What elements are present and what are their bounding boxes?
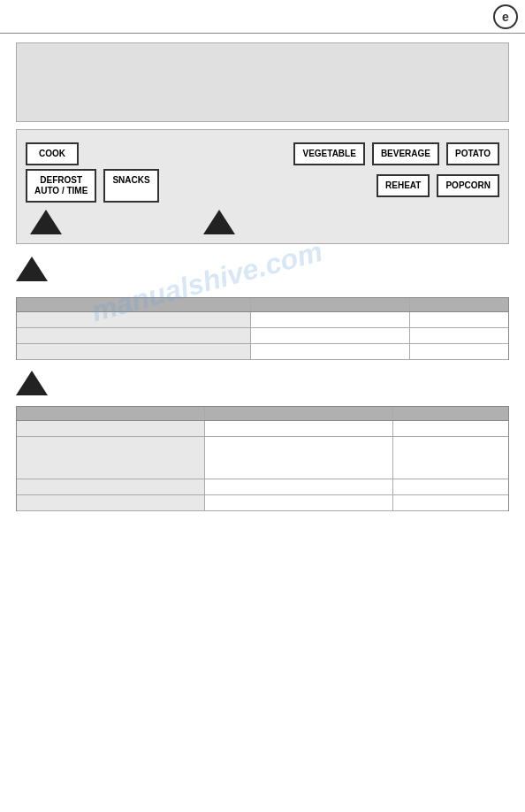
button-row-1: COOK VEGETABLE BEVERAGE POTATO bbox=[26, 142, 499, 165]
table-2-row3-col2 bbox=[205, 479, 393, 494]
panel-arrows-row bbox=[26, 210, 499, 234]
table-2-row1-col3 bbox=[393, 421, 508, 436]
table-row bbox=[17, 312, 508, 328]
table-2-header-col3 bbox=[393, 407, 508, 420]
table-1-row3-col2 bbox=[251, 344, 410, 359]
table-2-row1-col2 bbox=[205, 421, 393, 436]
arrow-left bbox=[30, 210, 62, 234]
table-2-row2-col1 bbox=[17, 437, 205, 479]
arrow-standalone bbox=[16, 257, 48, 281]
arrow-right bbox=[203, 210, 235, 234]
table-2-header-col2 bbox=[205, 407, 393, 420]
beverage-button[interactable]: BEVERAGE bbox=[372, 142, 439, 165]
table-row bbox=[17, 495, 508, 511]
table-2-header bbox=[17, 407, 508, 421]
standalone-arrow-2 bbox=[16, 371, 509, 397]
top-icon: e bbox=[493, 4, 518, 29]
button-row-2-right: REHEAT POPCORN bbox=[377, 174, 499, 197]
table-row bbox=[17, 328, 508, 344]
potato-button[interactable]: POTATO bbox=[446, 142, 499, 165]
top-bar: e bbox=[0, 0, 525, 34]
table-2-row4-col1 bbox=[17, 495, 205, 510]
table-2-row3-col1 bbox=[17, 479, 205, 494]
vegetable-button[interactable]: VEGETABLE bbox=[293, 142, 364, 165]
popcorn-button[interactable]: POPCORN bbox=[437, 174, 499, 197]
table-1-header bbox=[17, 298, 508, 312]
table-1-row1-col2 bbox=[251, 312, 410, 327]
table-1-row2-col3 bbox=[410, 328, 508, 343]
standalone-arrow bbox=[16, 257, 509, 283]
table-2-row4-col3 bbox=[393, 495, 508, 510]
table-1-row2-col1 bbox=[17, 328, 251, 343]
text-area-box bbox=[16, 42, 509, 122]
table-1-row3-col3 bbox=[410, 344, 508, 359]
snacks-button[interactable]: SNACKS bbox=[103, 169, 158, 203]
table-row bbox=[17, 437, 508, 479]
table-row bbox=[17, 344, 508, 360]
table-2-row2-col3 bbox=[393, 437, 508, 479]
table-2-header-col1 bbox=[17, 407, 205, 420]
table-1-header-col3 bbox=[410, 298, 508, 311]
table-1-row3-col1 bbox=[17, 344, 251, 359]
table-1-header-col2 bbox=[251, 298, 410, 311]
table-1-header-col1 bbox=[17, 298, 251, 311]
table-2 bbox=[16, 406, 509, 511]
reheat-button[interactable]: REHEAT bbox=[377, 174, 430, 197]
table-2-row2-col2 bbox=[205, 437, 393, 479]
table-1-row1-col3 bbox=[410, 312, 508, 327]
defrost-button[interactable]: DEFROST AUTO / TIME bbox=[26, 169, 96, 203]
table-1-row2-col2 bbox=[251, 328, 410, 343]
button-row-2: DEFROST AUTO / TIME SNACKS REHEAT POPCOR… bbox=[26, 169, 499, 203]
table-1-row1-col1 bbox=[17, 312, 251, 327]
buttons-panel: COOK VEGETABLE BEVERAGE POTATO DEFROST A… bbox=[16, 129, 509, 244]
table-1 bbox=[16, 297, 509, 360]
button-row-1-right: VEGETABLE BEVERAGE POTATO bbox=[293, 142, 499, 165]
table-row bbox=[17, 479, 508, 495]
cook-button[interactable]: COOK bbox=[26, 142, 79, 165]
table-2-row4-col2 bbox=[205, 495, 393, 510]
button-row-1-left: COOK bbox=[26, 142, 79, 165]
arrow-standalone-2 bbox=[16, 371, 48, 395]
top-icon-label: e bbox=[502, 10, 509, 24]
table-2-row3-col3 bbox=[393, 479, 508, 494]
table-2-row1-col1 bbox=[17, 421, 205, 436]
button-row-2-left: DEFROST AUTO / TIME SNACKS bbox=[26, 169, 159, 203]
table-row bbox=[17, 421, 508, 437]
